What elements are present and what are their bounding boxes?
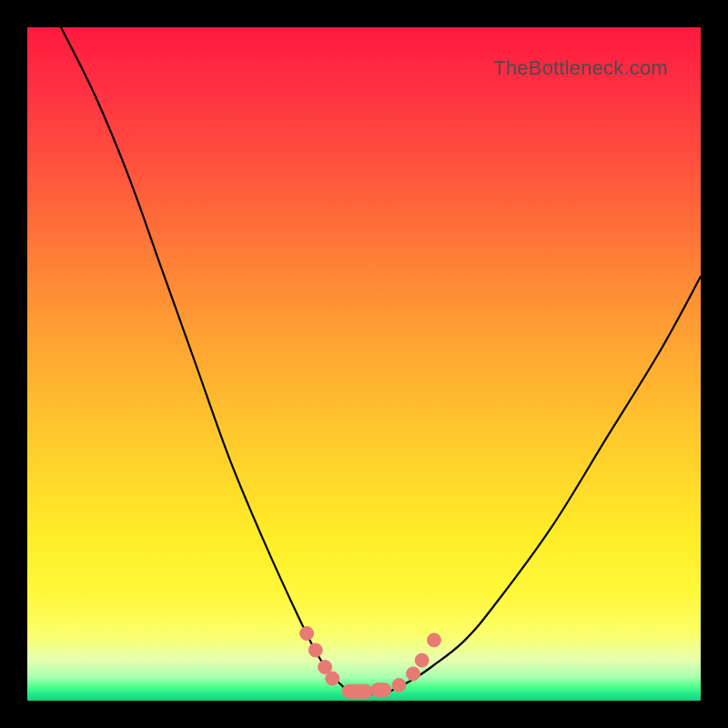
marker-dot-9	[427, 633, 440, 647]
marker-pill-5	[370, 683, 390, 697]
marker-dot-0	[300, 627, 314, 641]
plot-area: TheBottleneck.com	[27, 27, 701, 701]
curve-left-curve	[61, 27, 344, 687]
marker-dot-8	[415, 653, 429, 667]
marker-dot-7	[407, 667, 420, 681]
series-group	[61, 27, 701, 694]
markers-group	[300, 627, 441, 699]
marker-dot-1	[308, 643, 322, 657]
marker-dot-3	[326, 672, 339, 685]
chart-svg	[27, 27, 701, 701]
curve-right-curve	[398, 277, 701, 687]
chart-frame: TheBottleneck.com	[0, 0, 728, 728]
marker-dot-6	[392, 678, 406, 692]
marker-pill-4	[342, 684, 372, 698]
